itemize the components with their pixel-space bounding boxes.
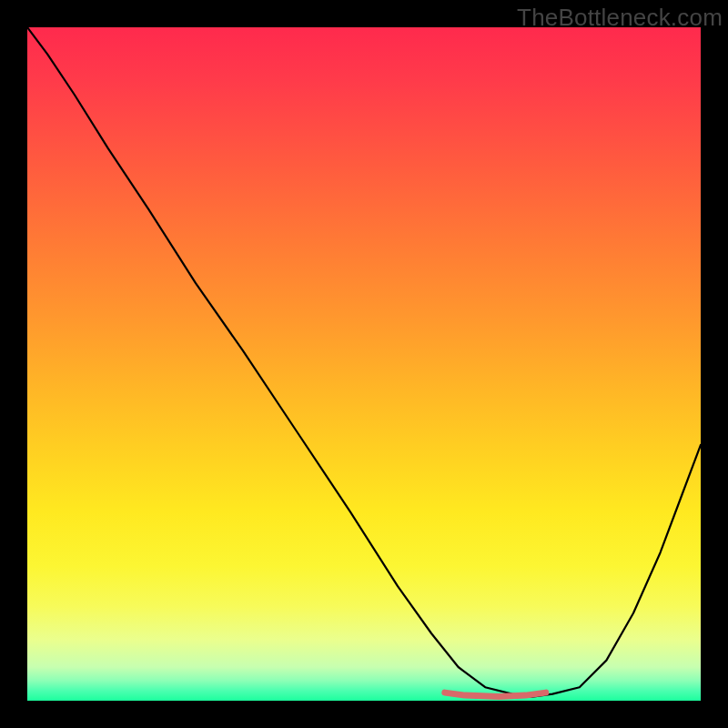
plot-area	[27, 27, 701, 701]
red-floor-path	[445, 693, 546, 697]
black-curve-path	[27, 27, 701, 697]
chart-svg	[27, 27, 701, 701]
watermark-text: TheBottleneck.com	[517, 4, 723, 32]
chart-frame: TheBottleneck.com	[0, 0, 728, 728]
